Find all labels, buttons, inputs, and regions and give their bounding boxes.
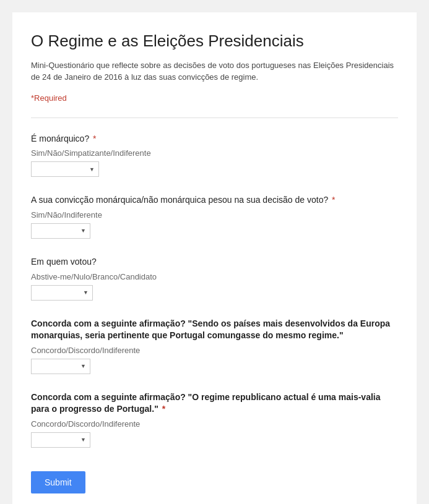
dropdown-4[interactable]: Concordo Discordo Indiferente	[31, 359, 90, 374]
question-block-1: É monárquico? * Sim/Não/Simpatizante/Ind…	[31, 133, 398, 177]
question-label-1: É monárquico? *	[31, 133, 398, 145]
submit-button[interactable]: Submit	[31, 471, 85, 493]
question-block-3: Em quem votou? Abstive-me/Nulo/Branco/Ca…	[31, 256, 398, 301]
required-star-2: *	[329, 195, 335, 205]
form-container: O Regime e as Eleições Presidenciais Min…	[12, 12, 417, 504]
question-block-5: Concorda com a seguinte afirmação? "O re…	[31, 391, 398, 448]
question-hint-5: Concordo/Discordo/Indiferente	[31, 419, 398, 429]
divider	[31, 117, 398, 118]
dropdown-wrapper-2[interactable]: Sim Não Indiferente	[31, 223, 90, 239]
dropdown-5[interactable]: Concordo Discordo Indiferente	[31, 432, 90, 448]
dropdown-wrapper-5[interactable]: Concordo Discordo Indiferente	[31, 432, 90, 448]
question-hint-4: Concordo/Discordo/Indiferente	[31, 346, 398, 355]
dropdown-1[interactable]: Sim Não Simpatizante Indiferente	[31, 161, 99, 177]
question-block-4: Concorda com a seguinte afirmação? "Send…	[31, 318, 398, 374]
question-label-2: A sua convicção monárquica/não monárquic…	[31, 194, 398, 207]
question-hint-1: Sim/Não/Simpatizante/Indiferente	[31, 148, 398, 158]
form-description: Mini-Questionário que reflecte sobre as …	[31, 59, 398, 83]
question-label-4: Concorda com a seguinte afirmação? "Send…	[31, 318, 398, 342]
dropdown-wrapper-3[interactable]: Abstive-me Nulo Branco Candidato	[31, 285, 93, 301]
required-notice: *Required	[31, 93, 398, 103]
form-title: O Regime e as Eleições Presidenciais	[31, 31, 398, 52]
dropdown-wrapper-4[interactable]: Concordo Discordo Indiferente	[31, 359, 90, 374]
required-star-5: *	[160, 404, 165, 414]
dropdown-wrapper-1[interactable]: Sim Não Simpatizante Indiferente	[31, 161, 99, 177]
dropdown-2[interactable]: Sim Não Indiferente	[31, 223, 90, 239]
question-label-3: Em quem votou?	[31, 256, 398, 268]
question-label-5: Concorda com a seguinte afirmação? "O re…	[31, 391, 398, 416]
required-star-1: *	[90, 134, 96, 143]
dropdown-3[interactable]: Abstive-me Nulo Branco Candidato	[31, 285, 93, 301]
question-block-2: A sua convicção monárquica/não monárquic…	[31, 194, 398, 239]
question-hint-2: Sim/Não/Indiferente	[31, 210, 398, 220]
page-wrapper: O Regime e as Eleições Presidenciais Min…	[0, 0, 429, 504]
question-hint-3: Abstive-me/Nulo/Branco/Candidato	[31, 272, 398, 281]
